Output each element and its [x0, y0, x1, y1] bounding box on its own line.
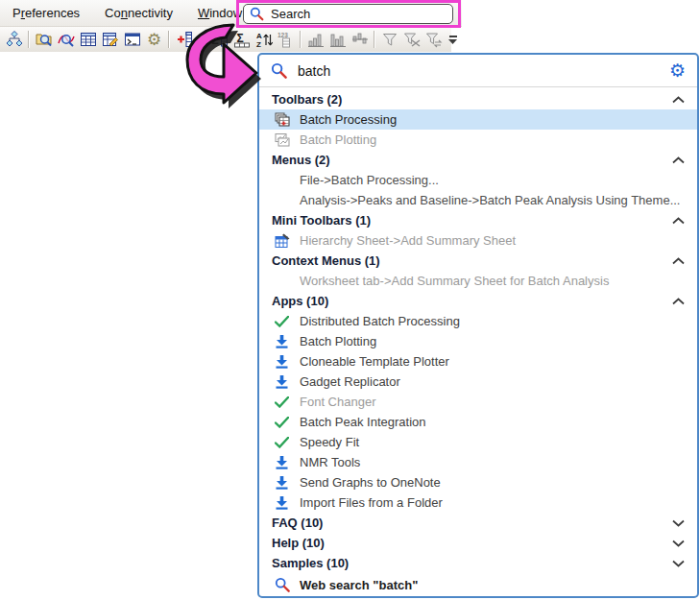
download-icon — [274, 373, 290, 390]
download-icon — [274, 353, 290, 370]
toolbar-separator — [168, 31, 170, 48]
section-header-samples[interactable]: Samples (10) — [259, 553, 697, 573]
section-header-toolbars[interactable]: Toolbars (2) — [259, 89, 697, 109]
worksheet-icon[interactable] — [78, 30, 98, 49]
result-label: Worksheet tab->Add Summary Sheet for Bat… — [300, 274, 609, 288]
chevron-up-icon[interactable] — [672, 156, 685, 164]
result-row[interactable]: Cloneable Template Plotter — [259, 351, 697, 372]
result-label: Distributed Batch Processing — [300, 314, 460, 328]
add-column-icon[interactable] — [174, 30, 194, 49]
result-row[interactable]: File->Batch Processing... — [259, 170, 697, 190]
chevron-down-icon[interactable] — [672, 540, 685, 547]
menu-label-part: eferences — [25, 6, 80, 20]
project-explorer-icon[interactable] — [4, 30, 24, 49]
search-icon — [271, 62, 287, 79]
result-label: Import Files from a Folder — [300, 495, 443, 510]
script-window-icon[interactable] — [122, 30, 142, 49]
toolbar-separator — [28, 31, 30, 48]
section-label: Menus (2) — [272, 153, 330, 167]
web-search-label: Web search "batch" — [300, 578, 418, 592]
settings-gear-icon[interactable]: ⚙ — [669, 61, 686, 80]
svg-text:123: 123 — [278, 32, 288, 38]
result-label: Gadget Replicator — [300, 374, 400, 389]
section-header-help[interactable]: Help (10) — [259, 533, 697, 553]
result-row[interactable]: Font Changer — [259, 392, 697, 412]
column-stats-icon[interactable]: 123 — [276, 30, 296, 49]
result-row[interactable]: Batch Processing — [259, 109, 697, 130]
result-row[interactable]: Import Files from a Folder — [259, 492, 697, 513]
result-row[interactable]: Worksheet tab->Add Summary Sheet for Bat… — [259, 271, 697, 291]
results-list: Toolbars (2) Batch Processing Batch Plot… — [259, 87, 697, 596]
result-row[interactable]: Batch Peak Integration — [259, 412, 697, 432]
options-gear-icon[interactable]: ⚙ — [144, 30, 164, 49]
installed-check-icon — [274, 394, 290, 410]
toolbar-search-input[interactable]: Search — [243, 4, 453, 24]
menu-connectivity[interactable]: Connectivity — [92, 0, 185, 26]
result-row[interactable]: NMR Tools — [259, 452, 697, 472]
hierarchy-sheet-icon — [274, 232, 290, 249]
panel-search-row: batch ⚙ — [259, 55, 697, 87]
search-query-input[interactable]: batch — [298, 63, 669, 79]
chevron-up-icon[interactable] — [672, 257, 685, 265]
section-label: Context Menus (1) — [272, 253, 380, 268]
batch-processing-icon — [274, 111, 290, 128]
chevron-down-icon[interactable] — [672, 560, 685, 567]
chevron-up-icon[interactable] — [672, 217, 685, 225]
result-label: Batch Processing — [300, 112, 397, 127]
sum-columns-icon[interactable]: Σ — [209, 30, 229, 49]
result-row[interactable]: Batch Plotting — [259, 331, 697, 351]
result-row[interactable]: Analysis->Peaks and Baseline->Batch Peak… — [259, 190, 697, 210]
toolbar-options-icon[interactable] — [446, 30, 460, 49]
result-row[interactable]: Hierarchy Sheet->Add Summary Sheet — [259, 230, 697, 251]
open-folder-find-icon[interactable] — [34, 30, 54, 49]
reapply-filter-icon[interactable] — [423, 30, 444, 49]
bar-chart-desc-icon[interactable] — [327, 30, 348, 49]
section-label: Help (10) — [272, 536, 325, 550]
svg-text:Z: Z — [256, 40, 261, 48]
search-results-panel: batch ⚙ Toolbars (2) Batch Processing Ba… — [257, 53, 699, 598]
section-header-mini-toolbars[interactable]: Mini Toolbars (1) — [259, 210, 697, 230]
high-low-chart-icon[interactable] — [350, 30, 370, 49]
web-search-row[interactable]: Web search "batch" — [259, 573, 697, 596]
section-header-faq[interactable]: FAQ (10) — [259, 513, 697, 533]
result-label: Speedy Fit — [300, 435, 359, 449]
chevron-down-icon[interactable] — [672, 519, 685, 527]
result-label: Hierarchy Sheet->Add Summary Sheet — [300, 233, 516, 248]
menu-label-part: P — [12, 6, 21, 20]
toolbar-separator — [374, 31, 375, 48]
section-header-context-menus[interactable]: Context Menus (1) — [259, 251, 697, 271]
svg-text:Σ: Σ — [211, 33, 219, 47]
result-row[interactable]: Distributed Batch Processing — [259, 311, 697, 331]
edit-worksheet-icon[interactable] — [100, 30, 120, 49]
bar-chart-asc-icon[interactable] — [305, 30, 326, 49]
result-row[interactable]: Gadget Replicator — [259, 372, 697, 392]
menu-label-part: Co — [105, 6, 121, 20]
chevron-up-icon[interactable] — [672, 298, 685, 305]
search-icon — [250, 7, 264, 21]
result-row[interactable]: Batch Plotting — [259, 130, 697, 150]
menu-label-part: nectivity — [128, 6, 173, 20]
data-filter-icon[interactable] — [379, 30, 399, 49]
installed-check-icon — [274, 434, 290, 450]
result-label: Analysis->Peaks and Baseline->Batch Peak… — [300, 193, 680, 207]
remove-filter-icon[interactable] — [401, 30, 422, 49]
section-header-menus[interactable]: Menus (2) — [259, 150, 697, 170]
result-label: Send Graphs to OneNote — [300, 475, 441, 490]
sum-icon[interactable]: Σ — [231, 30, 252, 49]
find-in-graph-icon[interactable] — [56, 30, 76, 49]
menu-label-part: W — [198, 6, 209, 20]
result-label: NMR Tools — [300, 455, 360, 469]
installed-check-icon — [274, 414, 290, 430]
section-header-apps[interactable]: Apps (10) — [259, 291, 697, 311]
result-label: File->Batch Processing... — [300, 173, 439, 187]
standard-toolbar: ⚙ Σ Σ AZ 123 — [0, 27, 451, 52]
menu-preferences[interactable]: Preferences — [0, 0, 92, 26]
result-row[interactable]: Speedy Fit — [259, 432, 697, 452]
result-row[interactable]: Send Graphs to OneNote — [259, 472, 697, 492]
section-label: FAQ (10) — [272, 516, 323, 530]
result-label: Batch Plotting — [300, 334, 376, 348]
chevron-up-icon[interactable] — [672, 96, 685, 104]
svg-text:A: A — [256, 32, 262, 40]
result-label: Batch Plotting — [300, 132, 376, 147]
sort-az-icon[interactable]: AZ — [253, 30, 274, 49]
